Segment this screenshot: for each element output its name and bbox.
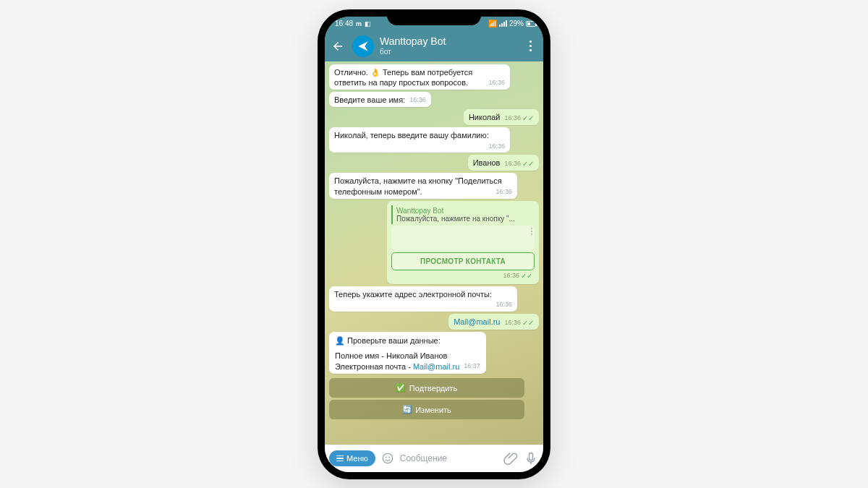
phone-frame: 16:48 m ◧ 📶 29% Wanttopay Bot бот [318,9,550,479]
smiley-icon [381,452,394,465]
message-time: 16:36✓✓ [504,159,534,168]
svg-point-1 [386,457,387,458]
message-text: Иванов [473,158,501,167]
verify-email-line: Электронная почта - Mail@mail.ru 16:37 [335,361,480,372]
mic-icon [524,451,538,466]
message-text: Введите ваше имя: [334,95,405,104]
message-text: Mail@mail.ru [454,317,500,326]
emoji-button[interactable] [380,450,396,466]
message-text: Николай [469,113,501,121]
chat-subtitle: бот [380,48,516,56]
email-link[interactable]: Mail@mail.ru [413,362,459,371]
attach-button[interactable] [503,450,519,466]
message-input[interactable]: Сообщение [400,453,498,463]
reply-text: Пожалуйста, нажмите на кнопку "... [396,215,531,223]
screen: 16:48 m ◧ 📶 29% Wanttopay Bot бот [325,17,543,472]
message-incoming[interactable]: Введите ваше имя: 16:36 [329,92,431,107]
message-incoming[interactable]: Николай, теперь введите вашу фамилию: 16… [329,127,510,153]
confirm-label: Подтвердить [409,384,457,393]
contact-preview [391,226,535,250]
check-icon: ✅ [396,383,406,393]
read-ticks-icon: ✓✓ [522,114,534,123]
message-time: 16:36 [488,79,505,87]
more-options-button[interactable] [522,40,539,51]
back-button[interactable] [329,38,346,55]
menu-icon [336,455,344,462]
contact-options-icon[interactable] [531,228,532,235]
battery-text: 29% [509,20,524,27]
message-outgoing[interactable]: Mail@mail.ru 16:36✓✓ [448,314,539,330]
chat-name: Wanttopay Bot [380,36,516,47]
wifi-icon: 📶 [488,20,497,27]
phone-notch [387,9,481,25]
status-time: 16:48 [335,20,353,27]
send-plane-icon [357,40,370,53]
message-incoming[interactable]: Пожалуйста, нажмите на кнопку "Поделитьс… [329,173,517,199]
contact-share-card[interactable]: Wanttopay Bot Пожалуйста, нажмите на кно… [387,201,539,284]
edit-label: Изменить [415,406,451,414]
message-text: Теперь укажите адрес электронной почты: [334,290,492,299]
edit-button[interactable]: 🔄 Изменить [329,400,524,419]
message-incoming[interactable]: Теперь укажите адрес электронной почты: … [329,286,517,312]
bot-avatar[interactable] [352,35,374,57]
message-time: 16:36 [495,301,512,309]
reply-quote: Wanttopay Bot Пожалуйста, нажмите на кно… [391,205,535,224]
arrow-left-icon [331,40,344,53]
message-time: 16:36 [409,96,426,105]
svg-rect-3 [529,453,533,461]
message-text: Николай, теперь введите вашу фамилию: [334,131,489,140]
confirm-button[interactable]: ✅ Подтвердить [329,378,524,398]
header-title-area[interactable]: Wanttopay Bot бот [380,36,516,55]
message-incoming[interactable]: Отлично. 👌 Теперь вам потребуется ответи… [329,64,510,90]
reply-author: Wanttopay Bot [396,207,531,215]
paperclip-icon [503,451,518,466]
menu-label: Меню [346,454,368,463]
svg-point-2 [388,457,390,458]
chat-area[interactable]: Отлично. 👌 Теперь вам потребуется ответи… [325,61,543,445]
message-text: Отлично. 👌 Теперь вам потребуется ответи… [334,68,472,87]
message-text: Пожалуйста, нажмите на кнопку "Поделитьс… [334,176,502,195]
verify-header: 👤 Проверьте ваши данные: [335,335,480,346]
read-ticks-icon: ✓✓ [522,159,534,168]
signal-icon [499,20,507,27]
message-time: 16:36✓✓ [390,272,536,281]
battery-icon [526,21,536,27]
message-incoming-verify[interactable]: 👤 Проверьте ваши данные: Полное имя - Ни… [329,332,486,374]
menu-button[interactable]: Меню [329,450,375,466]
svg-point-0 [383,453,393,463]
read-ticks-icon: ✓✓ [522,318,534,328]
message-time: 16:36✓✓ [504,114,534,123]
refresh-icon: 🔄 [402,405,412,414]
status-indicator-icon: m [356,20,362,27]
voice-button[interactable] [523,450,539,466]
message-time: 16:37 [464,361,480,370]
verify-fullname: Полное имя - Николай Иванов [335,351,480,361]
read-ticks-icon: ✓✓ [521,272,532,280]
status-indicator-icon: ◧ [365,20,371,27]
message-outgoing[interactable]: Иванов 16:36✓✓ [468,155,539,171]
message-time: 16:36✓✓ [504,318,534,328]
message-outgoing[interactable]: Николай 16:36✓✓ [464,109,539,125]
message-time: 16:36 [495,188,512,197]
chat-header: Wanttopay Bot бот [325,31,543,61]
inline-keyboard: ✅ Подтвердить 🔄 Изменить [329,378,524,419]
message-input-bar: Меню Сообщение [325,445,543,472]
message-time: 16:36 [488,142,505,151]
view-contact-button[interactable]: ПРОСМОТР КОНТАКТА [391,252,535,270]
